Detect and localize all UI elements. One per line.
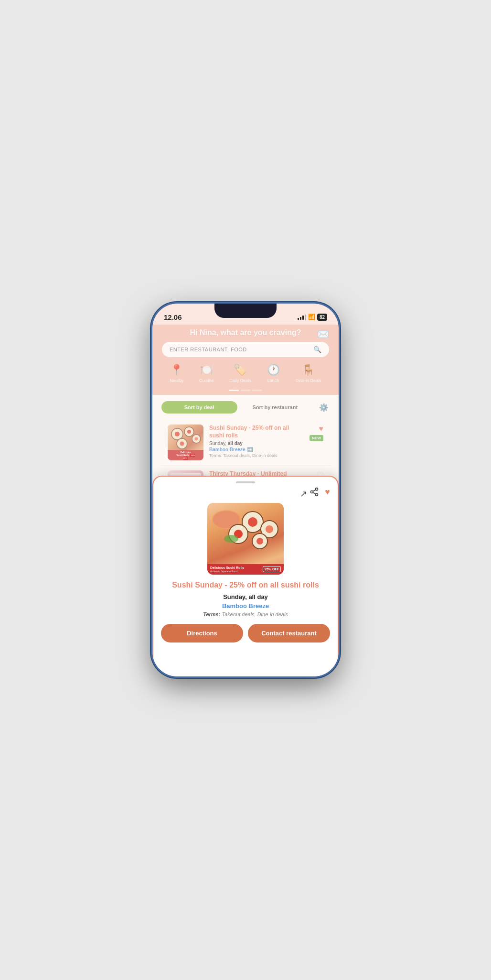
deal-terms-1: Terms: Takeout deals, Dine-in deals <box>209 453 304 458</box>
svg-point-12 <box>311 491 313 493</box>
status-icons: 📶 82 <box>298 314 327 321</box>
new-badge-1: NEW <box>310 435 323 441</box>
indicator-dot-3 <box>252 390 262 391</box>
indicator-dot-2 <box>241 390 250 391</box>
deal-title-1: Sushi Sunday - 25% off on all sushi roll… <box>209 425 304 439</box>
phone-notch <box>214 304 277 318</box>
greeting-text: Hi Nina, what are you craving? <box>162 325 329 342</box>
deal-thumbnail-1: DeliciousSushi Rolls 25%OFF <box>168 425 203 460</box>
sort-bar: Sort by deal Sort by restaurant ⚙️ <box>160 400 314 415</box>
cuisine-label: Cuisine <box>199 378 213 383</box>
app-header: ✉️ Hi Nina, what are you craving? 🔍 📍 Ne… <box>152 325 339 395</box>
notification-icon[interactable]: ✉️ <box>317 328 329 340</box>
dine-in-label: Dine-in Deals <box>295 378 321 383</box>
sheet-terms: Terms: Takeout deals, Dine-in deals <box>153 611 338 617</box>
arrow-icon: ➡️ <box>247 447 253 452</box>
svg-point-26 <box>224 535 238 543</box>
svg-point-7 <box>180 442 184 446</box>
svg-line-14 <box>313 492 316 494</box>
battery-indicator: 82 <box>317 314 327 321</box>
directions-button[interactable]: Directions <box>161 624 243 642</box>
sheet-image: Delicious Sushi Rolls Authentic Japanese… <box>207 503 284 575</box>
sheet-actions: ↗︎ ♥ <box>153 487 338 503</box>
deal-card-1[interactable]: DeliciousSushi Rolls 25%OFF Sushi Sunday… <box>160 420 331 466</box>
deal-actions-1: ♥ NEW <box>310 425 323 460</box>
contact-restaurant-button[interactable]: Contact restaurant <box>248 624 330 642</box>
nearby-label: Nearby <box>170 378 183 383</box>
search-input[interactable] <box>170 347 310 352</box>
sushi-subtitle: Authentic Japanese Food <box>210 570 244 573</box>
svg-point-3 <box>187 430 191 434</box>
category-daily-deals[interactable]: 🏷️ Daily Deals <box>229 364 251 383</box>
lunch-icon: 🕐 <box>267 364 280 376</box>
svg-point-11 <box>316 488 318 490</box>
category-dine-in[interactable]: 🪑 Dine-in Deals <box>295 364 321 383</box>
svg-point-19 <box>248 517 257 527</box>
bottom-sheet: ↗︎ ♥ <box>152 476 339 676</box>
sheet-deal-title: Sushi Sunday - 25% off on all sushi roll… <box>153 580 338 590</box>
search-bar[interactable]: 🔍 <box>162 342 329 357</box>
svg-line-15 <box>313 490 316 491</box>
deal-restaurant-1[interactable]: Bamboo Breeze ➡️ <box>209 447 304 452</box>
lunch-label: Lunch <box>267 378 279 383</box>
deal-day-1: Sunday, all day <box>209 441 304 446</box>
svg-point-13 <box>316 493 318 496</box>
svg-point-5 <box>195 437 198 441</box>
sushi-brand-text: Delicious Sushi Rolls <box>210 566 244 570</box>
sushi-large-image: Delicious Sushi Rolls Authentic Japanese… <box>207 503 284 575</box>
sheet-deal-day: Sunday, all day <box>153 593 338 600</box>
status-time: 12.06 <box>164 313 182 321</box>
sort-by-restaurant-button[interactable]: Sort by restaurant <box>237 401 313 414</box>
indicator-dot-1 <box>229 390 239 391</box>
deal-info-1: Sushi Sunday - 25% off on all sushi roll… <box>209 425 304 460</box>
sheet-handle <box>236 481 255 483</box>
svg-point-1 <box>175 432 180 436</box>
sheet-buttons: Directions Contact restaurant <box>153 624 338 642</box>
nearby-icon: 📍 <box>170 364 183 376</box>
favorite-button-1[interactable]: ♥ <box>319 425 324 433</box>
sheet-restaurant[interactable]: Bamboo Breeze <box>153 602 338 610</box>
svg-point-25 <box>256 538 263 544</box>
daily-deals-label: Daily Deals <box>229 378 251 383</box>
share-icon[interactable]: ↗︎ <box>300 487 319 499</box>
wifi-icon: 📶 <box>308 314 315 320</box>
sort-by-deal-button[interactable]: Sort by deal <box>161 401 237 414</box>
signal-icon <box>298 314 306 320</box>
sheet-favorite-icon[interactable]: ♥ <box>325 487 330 499</box>
filter-icon[interactable]: ⚙️ <box>319 403 329 412</box>
dine-in-icon: 🪑 <box>302 364 315 376</box>
category-lunch[interactable]: 🕐 Lunch <box>267 364 280 383</box>
daily-deals-icon: 🏷️ <box>234 364 246 376</box>
discount-badge: 25% OFF <box>263 566 281 572</box>
search-icon: 🔍 <box>313 346 321 353</box>
cuisine-icon: 🍽️ <box>200 364 213 376</box>
category-row: 📍 Nearby 🍽️ Cuisine 🏷️ Daily Deals 🕐 Lun… <box>162 364 329 388</box>
category-cuisine[interactable]: 🍽️ Cuisine <box>199 364 213 383</box>
page-indicators <box>162 388 329 395</box>
svg-point-21 <box>266 525 273 533</box>
category-nearby[interactable]: 📍 Nearby <box>170 364 183 383</box>
